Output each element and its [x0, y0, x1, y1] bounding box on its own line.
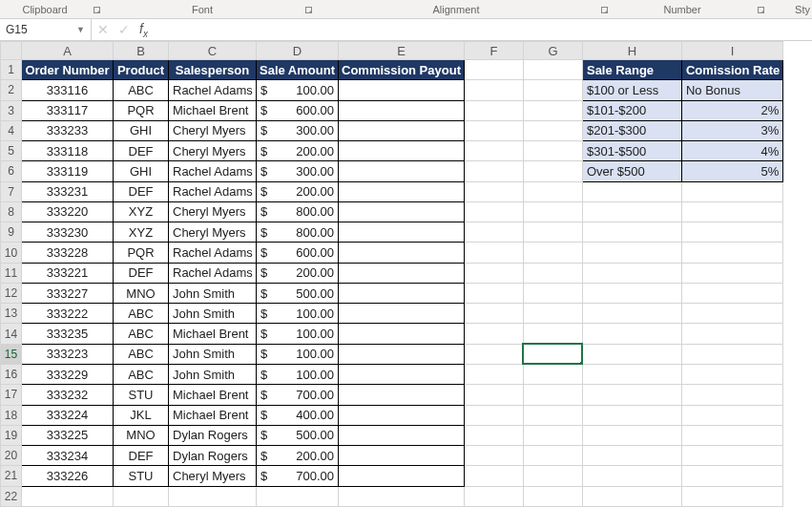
- cell-sales[interactable]: Cheryl Myers: [169, 222, 257, 243]
- cell-order[interactable]: 333227: [22, 283, 114, 303]
- row-header[interactable]: 21: [1, 466, 22, 486]
- formula-input[interactable]: [154, 19, 812, 40]
- cell-comm[interactable]: [339, 201, 465, 222]
- lookup-rate[interactable]: No Bonus: [681, 80, 782, 100]
- cell-product[interactable]: ABC: [114, 304, 169, 324]
- cell-product[interactable]: JKL: [114, 405, 169, 425]
- cell-sales[interactable]: Michael Brent: [169, 385, 257, 405]
- cancel-icon[interactable]: ✕: [97, 22, 109, 37]
- cell[interactable]: [582, 283, 681, 303]
- lookup-rate[interactable]: 2%: [681, 100, 782, 120]
- lookup-range[interactable]: $100 or Less: [582, 80, 681, 100]
- cell-order[interactable]: 333116: [22, 80, 114, 100]
- cell-product[interactable]: XYZ: [114, 201, 169, 222]
- cell[interactable]: [582, 263, 681, 283]
- row-header[interactable]: 15: [1, 344, 22, 364]
- cell-sales[interactable]: Michael Brent: [169, 100, 257, 120]
- cell-amount[interactable]: $300.00: [257, 161, 339, 181]
- row-header[interactable]: 22: [1, 486, 22, 506]
- cell[interactable]: [523, 466, 582, 486]
- row-header[interactable]: 13: [1, 304, 22, 324]
- row-header[interactable]: 1: [1, 60, 22, 80]
- cell-comm[interactable]: [339, 324, 465, 344]
- cell[interactable]: [464, 60, 523, 80]
- cell-amount[interactable]: $100.00: [257, 364, 339, 384]
- cell[interactable]: [464, 344, 523, 364]
- cell-sales[interactable]: Cheryl Myers: [169, 201, 257, 222]
- row-header[interactable]: 7: [1, 181, 22, 201]
- cell-order[interactable]: 333119: [22, 161, 114, 181]
- cell-product[interactable]: ABC: [114, 344, 169, 364]
- row-header[interactable]: 20: [1, 446, 22, 466]
- cell-amount[interactable]: $700.00: [257, 385, 339, 405]
- cell-sales[interactable]: Michael Brent: [169, 324, 257, 344]
- cell-order[interactable]: 333231: [22, 181, 114, 201]
- lookup-rate[interactable]: 4%: [681, 141, 782, 161]
- cell[interactable]: [523, 120, 582, 140]
- cell-amount[interactable]: $200.00: [257, 263, 339, 283]
- cell-comm[interactable]: [339, 181, 465, 201]
- cell-comm[interactable]: [339, 446, 465, 466]
- cell-comm[interactable]: [339, 243, 465, 263]
- cell-amount[interactable]: $300.00: [257, 120, 339, 140]
- cell-sales[interactable]: Cheryl Myers: [169, 120, 257, 140]
- cell[interactable]: [582, 405, 681, 425]
- row-header[interactable]: 11: [1, 263, 22, 283]
- cell[interactable]: [681, 324, 782, 344]
- row-header[interactable]: 2: [1, 80, 22, 100]
- cell[interactable]: [464, 405, 523, 425]
- cell-sales[interactable]: John Smith: [169, 304, 257, 324]
- row-header[interactable]: 6: [1, 161, 22, 181]
- cell-product[interactable]: ABC: [114, 80, 169, 100]
- cell[interactable]: [582, 181, 681, 201]
- cell-product[interactable]: XYZ: [114, 222, 169, 243]
- row-header[interactable]: 3: [1, 100, 22, 120]
- cell[interactable]: [582, 324, 681, 344]
- cell-sales[interactable]: Rachel Adams: [169, 181, 257, 201]
- cell-amount[interactable]: $400.00: [257, 405, 339, 425]
- cell-sales[interactable]: John Smith: [169, 364, 257, 384]
- cell[interactable]: [464, 243, 523, 263]
- cell[interactable]: [523, 405, 582, 425]
- cell[interactable]: [523, 222, 582, 243]
- lookup-range[interactable]: $301-$500: [582, 141, 681, 161]
- cell-order[interactable]: 333220: [22, 201, 114, 222]
- col-header-G[interactable]: G: [523, 42, 582, 60]
- cell[interactable]: [257, 486, 339, 506]
- enter-icon[interactable]: ✓: [118, 22, 130, 37]
- select-all-corner[interactable]: [1, 42, 22, 60]
- lookup-header-range[interactable]: Sale Range: [582, 60, 681, 80]
- cell-sales[interactable]: Cheryl Myers: [169, 466, 257, 486]
- cell[interactable]: [464, 263, 523, 283]
- cell-order[interactable]: 333225: [22, 425, 114, 445]
- cell-order[interactable]: 333222: [22, 304, 114, 324]
- cell-product[interactable]: ABC: [114, 324, 169, 344]
- cell[interactable]: [582, 385, 681, 405]
- cell-comm[interactable]: [339, 283, 465, 303]
- cell[interactable]: [22, 486, 114, 506]
- cell[interactable]: [464, 486, 523, 506]
- cell[interactable]: [464, 201, 523, 222]
- cell[interactable]: [523, 364, 582, 384]
- cell-amount[interactable]: $600.00: [257, 100, 339, 120]
- col-header-F[interactable]: F: [464, 42, 523, 60]
- cell[interactable]: [169, 486, 257, 506]
- cell-amount[interactable]: $200.00: [257, 446, 339, 466]
- lookup-range[interactable]: Over $500: [582, 161, 681, 181]
- cell[interactable]: [523, 60, 582, 80]
- col-header-A[interactable]: A: [22, 42, 114, 60]
- cell-amount[interactable]: $800.00: [257, 201, 339, 222]
- cell[interactable]: [464, 80, 523, 100]
- cell[interactable]: [582, 304, 681, 324]
- cell-sales[interactable]: John Smith: [169, 344, 257, 364]
- cell[interactable]: [582, 243, 681, 263]
- cell-order[interactable]: 333118: [22, 141, 114, 161]
- cell-sales[interactable]: Cheryl Myers: [169, 141, 257, 161]
- cell-comm[interactable]: [339, 120, 465, 140]
- cell[interactable]: [523, 486, 582, 506]
- cell-order[interactable]: 333229: [22, 364, 114, 384]
- cell-order[interactable]: 333233: [22, 120, 114, 140]
- cell[interactable]: [681, 385, 782, 405]
- cell[interactable]: [523, 304, 582, 324]
- cell[interactable]: [582, 364, 681, 384]
